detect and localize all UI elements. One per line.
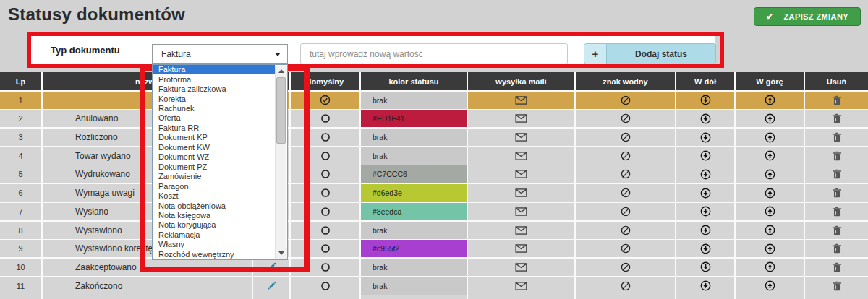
move-up-button[interactable] [736,92,804,109]
new-status-input[interactable] [300,43,568,64]
default-radio[interactable] [291,184,359,202]
watermark-button[interactable] [576,277,675,295]
delete-button[interactable] [805,110,868,127]
dropdown-option[interactable]: Oferta [153,113,275,123]
status-color-cell[interactable]: #C7CCC6 [361,165,467,183]
send-mail-button[interactable] [468,92,574,109]
delete-button[interactable] [805,222,868,239]
default-radio[interactable] [291,129,359,146]
status-color-cell[interactable]: brak [361,259,467,276]
delete-button[interactable] [805,184,868,202]
watermark-button[interactable] [576,129,675,146]
delete-button[interactable] [805,240,868,257]
delete-button[interactable] [805,129,868,146]
status-color-cell[interactable]: #d6ed3e [361,184,467,202]
default-radio[interactable] [291,259,359,276]
watermark-button[interactable] [576,259,675,276]
move-up-button[interactable] [736,203,804,220]
send-mail-button[interactable] [468,184,574,202]
move-down-button[interactable] [676,147,734,165]
send-mail-button[interactable] [468,277,574,295]
dropdown-option[interactable]: Faktura zaliczkowa [153,84,275,94]
default-radio[interactable] [291,277,359,295]
dropdown-option[interactable]: Nota obciążeniowa [153,201,275,210]
delete-button[interactable] [805,203,868,220]
send-mail-button[interactable] [468,147,574,165]
add-status-button[interactable]: + Dodaj status [584,43,716,64]
move-down-button[interactable] [676,110,734,127]
dropdown-option[interactable]: Zamówienie [153,172,275,181]
move-up-button[interactable] [736,110,804,127]
watermark-button[interactable] [576,184,675,202]
dropdown-scrollbar[interactable] [275,66,286,259]
default-radio-checked[interactable] [291,92,359,109]
delete-button[interactable] [805,92,868,109]
move-up-button[interactable] [736,222,804,239]
move-down-button[interactable] [676,92,734,109]
dropdown-option[interactable]: Koszt [153,191,275,201]
move-down-button[interactable] [676,129,734,146]
dropdown-option[interactable]: Korekta [153,94,275,103]
move-up-button[interactable] [736,240,804,257]
dropdown-option[interactable]: Rozchód wewnętrzny [153,250,275,259]
default-radio[interactable] [291,203,359,220]
scroll-up-arrow[interactable] [276,66,287,77]
move-up-button[interactable] [736,129,804,146]
default-radio[interactable] [291,222,359,239]
scrollbar-thumb[interactable] [276,77,286,144]
document-type-select[interactable]: Faktura [152,44,288,64]
dropdown-option[interactable]: Dokument KP [153,133,275,142]
delete-button[interactable] [805,147,868,165]
status-color-cell[interactable]: brak [361,277,467,295]
move-down-button[interactable] [676,203,734,220]
watermark-button[interactable] [576,92,675,109]
default-radio[interactable] [291,240,359,257]
send-mail-button[interactable] [468,203,574,220]
move-up-button[interactable] [736,277,804,295]
default-radio[interactable] [291,110,359,127]
status-color-cell[interactable]: brak [361,147,467,165]
save-changes-button[interactable]: ✔ ZAPISZ ZMIANY [754,7,861,26]
move-down-button[interactable] [676,165,734,183]
move-down-button[interactable] [676,184,734,202]
watermark-button[interactable] [576,165,675,183]
edit-button[interactable] [253,277,289,295]
delete-button[interactable] [805,259,868,276]
edit-button[interactable] [253,259,289,276]
dropdown-option[interactable]: Proforma [153,74,275,84]
dropdown-option[interactable]: Dokument WZ [153,152,275,162]
send-mail-button[interactable] [468,259,574,276]
dropdown-option[interactable]: Reklamacja [153,230,275,240]
default-radio[interactable] [291,147,359,165]
move-up-button[interactable] [736,184,804,202]
watermark-button[interactable] [576,203,675,220]
dropdown-option[interactable]: Faktura RR [153,124,275,133]
status-color-cell[interactable]: brak [361,92,467,109]
dropdown-option[interactable]: Nota korygująca [153,220,275,230]
move-down-button[interactable] [676,222,734,239]
move-up-button[interactable] [736,147,804,165]
send-mail-button[interactable] [468,110,574,127]
move-down-button[interactable] [676,240,734,257]
status-color-cell[interactable]: #c955f2 [361,240,467,257]
status-color-cell[interactable]: brak [361,222,467,239]
status-color-cell[interactable]: #8eedca [361,203,467,220]
scroll-down-arrow[interactable] [276,248,287,259]
watermark-button[interactable] [576,147,675,165]
send-mail-button[interactable] [468,222,574,239]
watermark-button[interactable] [576,240,675,257]
dropdown-option[interactable]: Dokument PZ [153,162,275,172]
watermark-button[interactable] [576,110,675,127]
send-mail-button[interactable] [468,129,574,146]
dropdown-option[interactable]: Nota księgowa [153,211,275,220]
status-color-cell[interactable]: brak [361,129,467,146]
status-color-cell[interactable]: #ED1F41 [361,110,467,127]
dropdown-option[interactable]: Rachunek [153,104,275,113]
dropdown-option[interactable]: Dokument KW [153,143,275,152]
move-down-button[interactable] [676,277,734,295]
send-mail-button[interactable] [468,240,574,257]
send-mail-button[interactable] [468,165,574,183]
move-up-button[interactable] [736,259,804,276]
watermark-button[interactable] [576,222,675,239]
dropdown-option[interactable]: Paragon [153,181,275,191]
